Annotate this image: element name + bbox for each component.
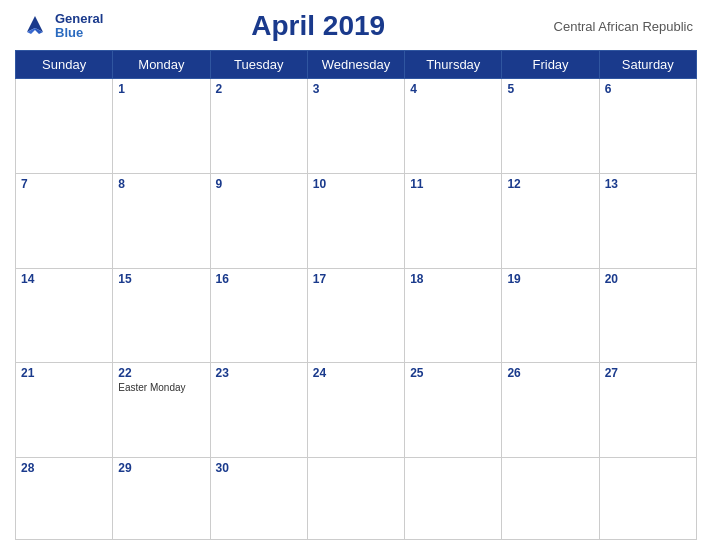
header-thursday: Thursday [405,51,502,79]
calendar-row-3: 2122Easter Monday2324252627 [16,363,697,458]
table-row: 13 [599,173,696,268]
calendar-title: April 2019 [103,10,533,42]
table-row [502,458,599,540]
day-number: 14 [21,272,107,286]
table-row: 6 [599,79,696,174]
calendar-row-0: 123456 [16,79,697,174]
day-number: 6 [605,82,691,96]
table-row [599,458,696,540]
day-number: 23 [216,366,302,380]
day-number: 30 [216,461,302,475]
table-row: 8 [113,173,210,268]
day-number: 19 [507,272,593,286]
table-row: 28 [16,458,113,540]
day-number: 22 [118,366,204,380]
table-row: 3 [307,79,404,174]
header-tuesday: Tuesday [210,51,307,79]
day-number: 12 [507,177,593,191]
table-row: 1 [113,79,210,174]
table-row: 18 [405,268,502,363]
table-row: 29 [113,458,210,540]
table-row: 11 [405,173,502,268]
header-sunday: Sunday [16,51,113,79]
table-row: 4 [405,79,502,174]
day-number: 28 [21,461,107,475]
calendar-page: General Blue April 2019 Central African … [0,0,712,550]
region-label: Central African Republic [533,19,693,34]
day-number: 5 [507,82,593,96]
day-number: 25 [410,366,496,380]
table-row: 16 [210,268,307,363]
day-number: 1 [118,82,204,96]
day-number: 21 [21,366,107,380]
calendar-table: Sunday Monday Tuesday Wednesday Thursday… [15,50,697,540]
table-row: 30 [210,458,307,540]
day-number: 7 [21,177,107,191]
header-wednesday: Wednesday [307,51,404,79]
logo: General Blue [19,12,103,41]
calendar-row-1: 78910111213 [16,173,697,268]
day-number: 17 [313,272,399,286]
day-number: 16 [216,272,302,286]
table-row: 10 [307,173,404,268]
table-row: 24 [307,363,404,458]
day-number: 10 [313,177,399,191]
header-monday: Monday [113,51,210,79]
table-row [307,458,404,540]
day-number: 13 [605,177,691,191]
table-row: 17 [307,268,404,363]
day-number: 29 [118,461,204,475]
day-number: 24 [313,366,399,380]
table-row [16,79,113,174]
table-row: 7 [16,173,113,268]
day-number: 8 [118,177,204,191]
header-friday: Friday [502,51,599,79]
day-number: 4 [410,82,496,96]
day-number: 11 [410,177,496,191]
day-number: 26 [507,366,593,380]
table-row: 22Easter Monday [113,363,210,458]
table-row: 15 [113,268,210,363]
table-row: 27 [599,363,696,458]
header: General Blue April 2019 Central African … [15,10,697,42]
logo-icon [19,12,51,40]
holiday-label: Easter Monday [118,382,204,393]
table-row: 14 [16,268,113,363]
table-row: 20 [599,268,696,363]
day-number: 3 [313,82,399,96]
table-row: 26 [502,363,599,458]
table-row: 12 [502,173,599,268]
table-row: 2 [210,79,307,174]
day-number: 18 [410,272,496,286]
logo-text: General Blue [55,12,103,41]
day-number: 9 [216,177,302,191]
calendar-row-4: 282930 [16,458,697,540]
table-row: 25 [405,363,502,458]
day-number: 2 [216,82,302,96]
table-row: 19 [502,268,599,363]
calendar-row-2: 14151617181920 [16,268,697,363]
day-number: 20 [605,272,691,286]
table-row: 21 [16,363,113,458]
day-number: 27 [605,366,691,380]
table-row: 23 [210,363,307,458]
weekday-header-row: Sunday Monday Tuesday Wednesday Thursday… [16,51,697,79]
day-number: 15 [118,272,204,286]
header-saturday: Saturday [599,51,696,79]
table-row: 9 [210,173,307,268]
table-row [405,458,502,540]
table-row: 5 [502,79,599,174]
